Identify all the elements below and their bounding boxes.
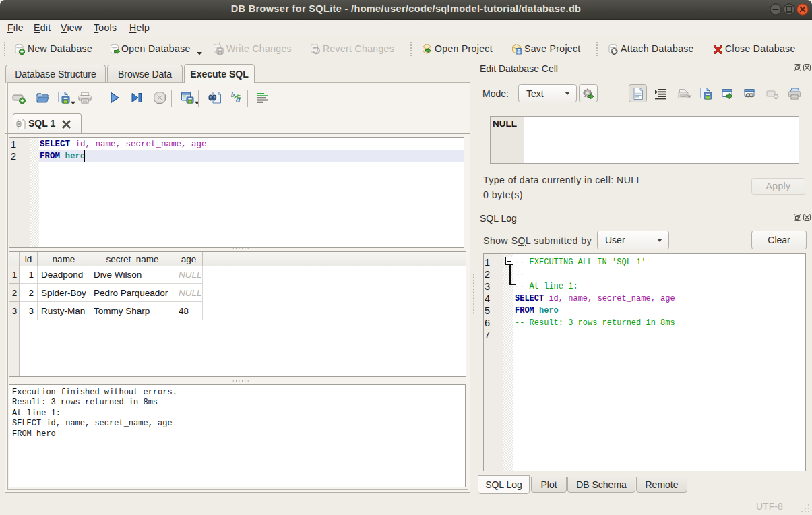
svg-text:a: a (236, 94, 241, 104)
svg-text:b: b (231, 91, 235, 98)
